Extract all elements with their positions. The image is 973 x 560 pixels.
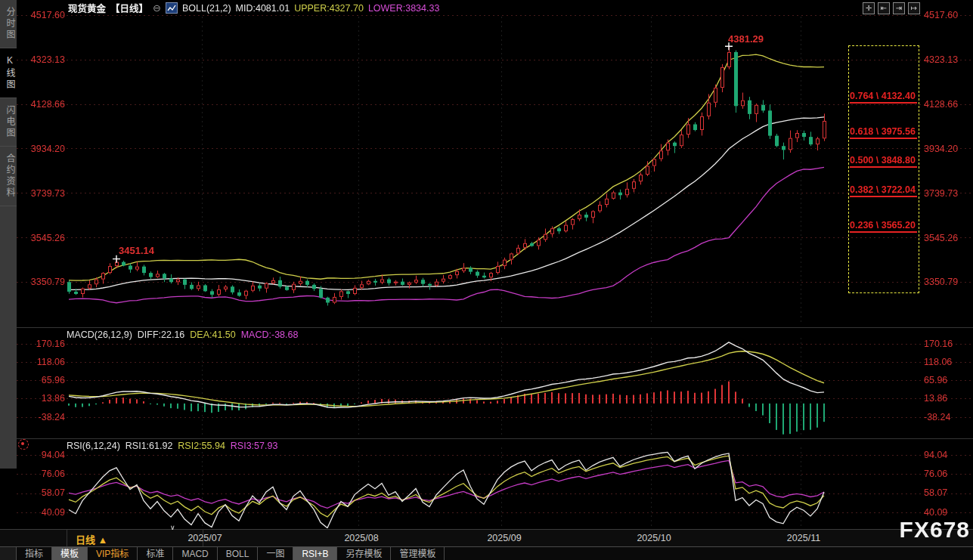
boll-mid-value: MID:4081.01: [236, 3, 290, 14]
june-high-label: 3451.14: [119, 245, 154, 256]
snap-right-icon[interactable]: ⇥: [893, 2, 905, 14]
macd-axis-label: 65.96: [20, 375, 65, 385]
chart-header: 现货黄金 【日线】 ⊖ BOLL(21,2) MID:4081.01 UPPER…: [68, 2, 439, 14]
boll-lower-value: LOWER:3834.33: [368, 3, 440, 14]
chart-toolbar: ✛ ⇤ ⇥ ↦: [863, 2, 920, 14]
macd-dea-value: DEA:41.50: [190, 330, 235, 340]
macd-title: MACD(26,12,9): [67, 330, 132, 340]
toolbar-corner: [0, 547, 17, 560]
symbol-name: 现货黄金: [68, 1, 106, 15]
indicator-toolbar: 指标 模板 VIP指标 标准 MACD BOLL 一图 RSI+B 另存模板 管…: [0, 546, 973, 560]
tab-standard[interactable]: 标准: [138, 547, 173, 560]
rsi-axis-label: 58.07: [20, 487, 65, 498]
tab-indicators[interactable]: 指标: [17, 547, 52, 560]
macd-axis-label: 13.86: [924, 393, 947, 404]
date-label: 2025/09: [487, 533, 521, 543]
price-axis-label: 4128.66: [924, 99, 958, 110]
chart-type-sidebar: 分时图 K线图 闪电图 合约资料: [0, 0, 17, 469]
panel-divider: [17, 438, 973, 439]
macd-axis-label: 13.86: [20, 393, 65, 404]
date-label: 2025/10: [637, 533, 671, 543]
rsi-axis-label: 94.04: [924, 450, 947, 460]
price-axis-label: 3934.20: [924, 144, 958, 154]
fx678-watermark: FX678: [900, 517, 970, 543]
rsi-header: RSI(6,12,24) RSI1:61.92 RSI2:55.94 RSI3:…: [67, 441, 277, 451]
sidebar-item-kline[interactable]: K线图: [0, 48, 17, 98]
tab-one-chart[interactable]: 一图: [258, 547, 293, 560]
rsi-axis-label: 94.04: [20, 450, 65, 460]
rsi3-value: RSI3:57.93: [231, 441, 278, 451]
price-axis-label: 3350.79: [924, 277, 958, 287]
fib-level: 0.500 \ 3848.80: [850, 155, 917, 168]
tab-manage-template[interactable]: 管理模板: [391, 547, 445, 560]
sidebar-item-contract-info[interactable]: 合约资料: [0, 147, 17, 206]
macd-axis-label: 118.06: [20, 357, 65, 367]
price-axis-label: 4517.60: [20, 10, 65, 20]
rsi-axis-label: 58.07: [924, 487, 947, 498]
chart-app: 分时图 K线图 闪电图 合约资料 现货黄金 【日线】 ⊖ BOLL(21,2) …: [0, 0, 973, 560]
tab-templates[interactable]: 模板: [52, 547, 88, 560]
tab-boll[interactable]: BOLL: [218, 547, 259, 560]
tab-save-template[interactable]: 另存模板: [337, 547, 391, 560]
tab-rsi-b[interactable]: RSI+B: [293, 547, 337, 560]
date-label: 2025/11: [787, 533, 820, 543]
price-axis-label: 3739.73: [924, 188, 958, 199]
period-selector[interactable]: 日线 ▲: [76, 532, 107, 546]
fib-level: 0.382 \ 3722.04: [850, 184, 917, 197]
jump-latest-icon[interactable]: ↦: [908, 2, 920, 14]
fib-retracement-box[interactable]: [848, 45, 919, 293]
rsi-axis-label: 76.06: [20, 469, 65, 479]
rsi-axis-label: 40.09: [924, 507, 947, 518]
macd-axis-label: 118.06: [924, 357, 952, 367]
tab-vip-indicators[interactable]: VIP指标: [88, 547, 138, 560]
price-axis-label: 4517.60: [924, 10, 958, 20]
fib-level: 0.764 \ 4132.40: [850, 91, 917, 104]
macd-axis-label: 65.96: [924, 375, 947, 385]
drawing-anchor-icon[interactable]: [18, 439, 29, 450]
price-axis-label: 3739.73: [20, 188, 65, 199]
boll-chart-icon[interactable]: [166, 2, 178, 14]
boll-params: BOLL(21,2): [182, 3, 231, 14]
rsi2-value: RSI2:55.94: [178, 441, 225, 451]
period-tag: 【日线】: [110, 1, 148, 15]
tab-macd[interactable]: MACD: [173, 547, 217, 560]
fib-level: 0.236 \ 3565.20: [850, 220, 917, 233]
price-axis-label: 4323.13: [924, 54, 958, 65]
macd-diff-value: DIFF:22.16: [138, 330, 185, 340]
macd-axis-label: -38.24: [924, 412, 950, 422]
price-axis-label: 3350.79: [20, 277, 65, 287]
macd-axis-label: 170.16: [20, 339, 65, 349]
price-axis-label: 3545.26: [924, 233, 958, 243]
macd-header: MACD(26,12,9) DIFF:22.16 DEA:41.50 MACD:…: [67, 330, 298, 340]
pan-icon[interactable]: ✛: [863, 2, 875, 14]
rsi1-value: RSI1:61.92: [125, 441, 173, 451]
date-label: 2025/07: [187, 533, 222, 543]
time-axis: 日线 ▲ 2025/07 2025/08 2025/09 2025/10 202…: [0, 529, 973, 546]
sidebar-item-lightning[interactable]: 闪电图: [0, 98, 17, 147]
macd-value: MACD:-38.68: [241, 330, 299, 340]
rsi-axis-label: 40.09: [20, 507, 65, 518]
peak-price-label: 4381.29: [728, 33, 764, 45]
date-label: 2025/08: [344, 533, 378, 543]
boll-upper-value: UPPER:4327.70: [294, 3, 364, 14]
panel-divider: [17, 327, 973, 328]
snap-left-icon[interactable]: ⇤: [878, 2, 890, 14]
rsi-axis-label: 76.06: [924, 469, 947, 479]
rsi-title: RSI(6,12,24): [67, 441, 120, 451]
price-axis-label: 3545.26: [20, 233, 65, 243]
macd-axis-label: 170.16: [924, 339, 953, 349]
sidebar-item-timeshare[interactable]: 分时图: [0, 0, 17, 48]
price-axis-label: 3934.20: [20, 144, 65, 154]
macd-axis-label: -38.24: [20, 412, 65, 422]
price-axis-label: 4128.66: [20, 99, 65, 110]
collapse-icon[interactable]: ⊖: [153, 2, 161, 14]
fib-level: 0.618 \ 3975.56: [850, 126, 917, 139]
price-axis-label: 4323.13: [20, 54, 65, 65]
scroll-position-marker: ∨: [170, 524, 175, 531]
